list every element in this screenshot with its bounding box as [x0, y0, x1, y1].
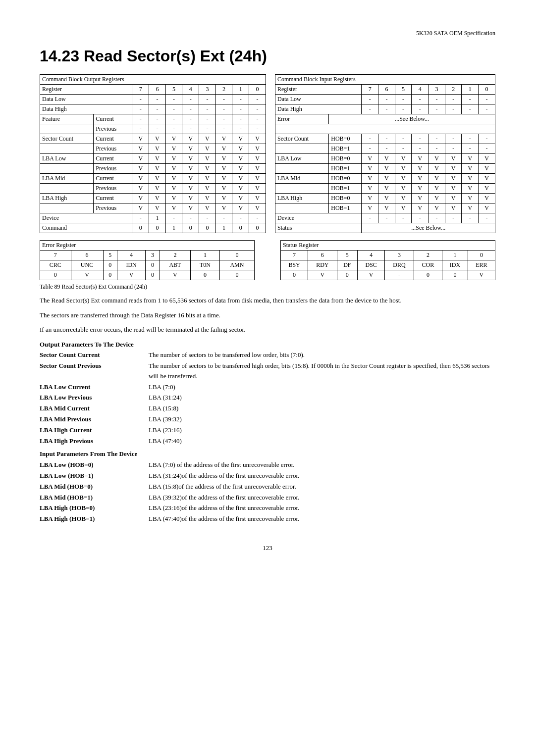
input-param: LBA Low (HOB=1)LBA (31:24)of the address…	[40, 471, 495, 481]
register-bottom-tables: Error Register 76543210 CRCUNC0IDN0ABTT0…	[40, 240, 495, 280]
status-register-table: Status Register 76543210 BSYRDYDFDSCDRQC…	[280, 240, 495, 280]
input-param: LBA Low (HOB=0)LBA (7:0) of the address …	[40, 460, 495, 470]
page-number: 123	[40, 544, 495, 552]
output-params-list: Sector Count CurrentThe number of sector…	[40, 350, 495, 446]
output-param: LBA Low CurrentLBA (7:0)	[40, 382, 495, 393]
error-register-header: Error Register	[40, 241, 255, 251]
output-param: LBA High CurrentLBA (23:16)	[40, 425, 495, 436]
paragraph-1: The Read Sector(s) Ext command reads fro…	[40, 296, 495, 305]
output-param: LBA Low PreviousLBA (31:24)	[40, 393, 495, 403]
section-title: 14.23 Read Sector(s) Ext (24h)	[40, 47, 495, 65]
input-params-list: LBA Low (HOB=0)LBA (7:0) of the address …	[40, 460, 495, 524]
register-table: Command Block Output Registers Command B…	[40, 74, 495, 233]
output-param: LBA Mid PreviousLBA (39:32)	[40, 414, 495, 425]
input-params-title: Input Parameters From The Device	[40, 449, 495, 459]
input-param: LBA Mid (HOB=1)LBA (39:32)of the address…	[40, 493, 495, 503]
params-section: Output Parameters To The Device Sector C…	[40, 340, 495, 525]
output-param: LBA High PreviousLBA (47:40)	[40, 436, 495, 447]
output-param: LBA Mid CurrentLBA (15:8)	[40, 403, 495, 414]
input-param: LBA High (HOB=1)LBA (47:40)of the addres…	[40, 514, 495, 524]
error-register-table: Error Register 76543210 CRCUNC0IDN0ABTT0…	[40, 240, 255, 280]
in-reg-label: Register	[275, 85, 362, 95]
input-param: LBA High (HOB=0)LBA (23:16)of the addres…	[40, 503, 495, 513]
status-register-header: Status Register	[281, 241, 495, 251]
input-header: Command Block Input Registers	[275, 75, 495, 85]
out-reg-label: Register	[40, 85, 132, 95]
output-param: Sector Count PreviousThe number of secto…	[40, 361, 495, 382]
page-header: 5K320 SATA OEM Specification	[40, 30, 495, 37]
table-caption: Table 89 Read Sector(s) Ext Command (24h…	[40, 283, 495, 291]
output-header: Command Block Output Registers	[40, 75, 266, 85]
output-params-title: Output Parameters To The Device	[40, 340, 495, 350]
paragraph-3: If an uncorrectable error occurs, the re…	[40, 325, 495, 335]
paragraph-2: The sectors are transferred through the …	[40, 310, 495, 320]
output-param: Sector Count CurrentThe number of sector…	[40, 350, 495, 360]
body-paragraphs: The Read Sector(s) Ext command reads fro…	[40, 296, 495, 335]
header-title: 5K320 SATA OEM Specification	[416, 30, 495, 37]
input-param: LBA Mid (HOB=0)LBA (15:8)of the address …	[40, 482, 495, 492]
